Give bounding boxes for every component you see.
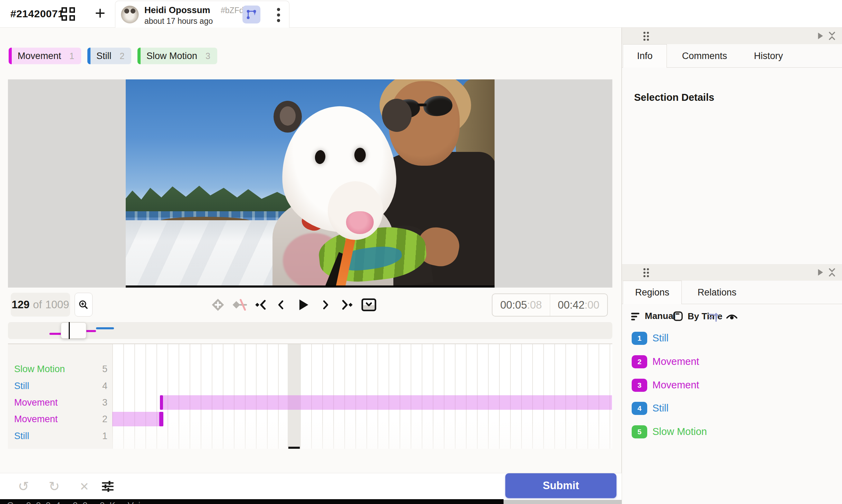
details-panel-header[interactable]	[622, 28, 842, 44]
next-frame-button[interactable]	[319, 298, 332, 312]
annotation-app: #21420071 + Heidi Opossum #bZFdO about 1…	[0, 0, 842, 504]
label-color-bar	[9, 48, 12, 64]
top-bar: #21420071 + Heidi Opossum #bZFdO about 1…	[0, 0, 842, 28]
previous-frame-button[interactable]	[275, 298, 287, 312]
minimap-region-still	[96, 327, 114, 329]
zoom-in-button[interactable]	[75, 293, 93, 317]
grid-view-icon[interactable]	[61, 7, 75, 21]
regions-panel-header[interactable]	[622, 264, 842, 281]
clipped-text: G 0004 00 0K Vi	[7, 500, 145, 504]
toggle-visibility-eye-icon[interactable]	[726, 311, 738, 324]
collapse-panel-icon[interactable]	[828, 31, 836, 42]
region-label: Movement	[652, 379, 699, 391]
annotation-tab[interactable]: Heidi Opossum #bZFdO about 17 hours ago	[115, 1, 289, 28]
current-frame[interactable]: 129	[12, 299, 30, 311]
bottom-toolbar: ↺ ↻ ✕ Submit	[0, 473, 622, 499]
more-options-icon[interactable]	[271, 7, 285, 23]
selection-details-title: Selection Details	[634, 92, 714, 103]
boxed-chevron-down-icon	[361, 298, 377, 312]
region-index-chip: 1	[632, 332, 647, 345]
right-sidebar: Info Comments History Selection Details …	[622, 28, 842, 504]
track-label-4[interactable]: Still 4	[8, 378, 112, 394]
region-list-item[interactable]: 3 Movement	[622, 379, 842, 399]
label-tag-slow-motion[interactable]: Slow Motion 3	[137, 48, 217, 64]
user-name: Heidi Opossum	[144, 5, 210, 16]
detach-panel-icon[interactable]	[817, 269, 824, 278]
label-color-bar	[87, 48, 90, 64]
region-list-item[interactable]: 5 Slow Motion	[622, 425, 842, 445]
sliders-icon	[101, 479, 115, 493]
frame-counter[interactable]: 129 of 1009	[11, 293, 70, 317]
region-list-item[interactable]: 2 Movement	[622, 355, 842, 375]
label-tag-still[interactable]: Still 2	[87, 48, 131, 64]
sunglasses-bridge	[418, 104, 427, 106]
region-index-chip: 2	[632, 355, 647, 368]
tab-history[interactable]: History	[741, 44, 796, 68]
video-frame	[126, 79, 495, 288]
region-label: Movement	[652, 356, 699, 367]
play-button[interactable]	[294, 298, 312, 312]
next-keypoint-button[interactable]	[339, 298, 355, 312]
total-frames: 1009	[45, 299, 69, 311]
region-label: Still	[652, 403, 669, 414]
track-label-2[interactable]: Movement 2	[8, 411, 112, 427]
timeline-region-bar-movement-2[interactable]	[112, 412, 163, 426]
vector-polyline-icon	[246, 9, 257, 20]
minimap-viewport[interactable]	[61, 322, 86, 339]
undo-icon[interactable]: ↺	[15, 477, 32, 496]
drag-handle-icon[interactable]	[643, 32, 651, 41]
previous-keypoint-button[interactable]	[253, 298, 268, 312]
timeline-region-keyframe[interactable]	[160, 395, 163, 410]
settings-sliders-icon[interactable]	[99, 477, 117, 496]
chevron-left-icon	[275, 298, 287, 311]
add-keypoint-button[interactable]	[210, 298, 226, 312]
timeline-playhead-tick[interactable]	[288, 447, 300, 449]
region-index-chip: 5	[632, 425, 647, 438]
track-label-5[interactable]: Slow Motion 5	[8, 361, 112, 377]
tab-relations[interactable]: Relations	[683, 281, 751, 304]
region-list-item[interactable]: 1 Still	[622, 332, 842, 352]
label-name: Slow Motion	[146, 51, 197, 61]
opossum-right-ear	[382, 99, 412, 132]
collapse-panel-icon[interactable]	[828, 268, 836, 278]
region-index-chip: 4	[632, 402, 647, 415]
sort-ascending-icon[interactable]	[708, 312, 719, 324]
background-window-black-bar: G 0004 00 0K Vi	[0, 499, 504, 504]
tab-regions[interactable]: Regions	[623, 281, 682, 304]
timeline-region-keyframe[interactable]	[159, 412, 163, 426]
prediction-badge[interactable]	[242, 6, 260, 23]
current-time[interactable]: 00:05:08	[492, 294, 550, 316]
collapse-timeline-button[interactable]	[361, 298, 377, 312]
frame-separator: of	[33, 299, 42, 311]
group-icon	[672, 311, 683, 322]
timeline-region-bar-movement-3[interactable]	[160, 395, 612, 410]
region-list-item[interactable]: 4 Still	[622, 402, 842, 422]
grouping-label: Manual	[645, 311, 676, 321]
label-name: Still	[96, 51, 112, 61]
minimap-playhead[interactable]	[69, 322, 70, 339]
total-duration: 00:42:00	[550, 294, 607, 316]
regions-tabs: Regions Relations	[622, 281, 842, 304]
tab-comments[interactable]: Comments	[668, 44, 741, 68]
region-label: Slow Motion	[652, 426, 707, 437]
track-label-1[interactable]: Still 1	[8, 428, 112, 444]
timeline-track-labels: Slow Motion 5 Still 4 Movement 3 Movemen…	[8, 344, 112, 449]
add-annotation-button[interactable]: +	[90, 1, 110, 27]
label-name: Movement	[18, 51, 61, 61]
grouping-manual-dropdown[interactable]: Manual	[630, 311, 676, 321]
next-keypoint-icon	[340, 298, 354, 312]
background-window-gray-bar	[504, 500, 624, 504]
label-tag-movement[interactable]: Movement 1	[9, 48, 81, 64]
delete-icon[interactable]: ✕	[77, 477, 92, 496]
task-id: #21420071	[10, 0, 64, 28]
redo-icon[interactable]: ↻	[45, 477, 63, 496]
detach-panel-icon[interactable]	[817, 32, 824, 41]
drag-handle-icon[interactable]	[643, 268, 651, 277]
label-color-bar	[137, 48, 141, 64]
track-label-3[interactable]: Movement 3	[8, 395, 112, 410]
submit-button[interactable]: Submit	[505, 473, 616, 498]
video-player[interactable]	[8, 79, 612, 288]
toggle-interpolation-button[interactable]	[231, 298, 249, 312]
tab-info[interactable]: Info	[623, 44, 667, 68]
timeline-minimap[interactable]	[8, 322, 612, 339]
